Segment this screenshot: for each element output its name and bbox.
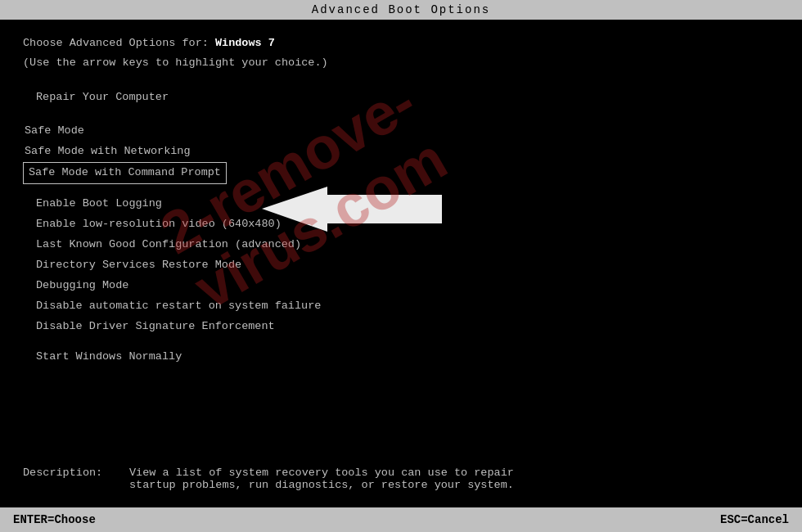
menu-item-directory-services[interactable]: Directory Services Restore Mode: [23, 255, 779, 276]
bottom-bar: ENTER=Choose ESC=Cancel: [0, 507, 802, 532]
menu-section-safe: Safe Mode Safe Mode with Networking Safe…: [23, 121, 779, 184]
title-bar: Advanced Boot Options: [0, 0, 802, 20]
menu-item-disable-driver-sig[interactable]: Disable Driver Signature Enforcement: [23, 317, 779, 337]
menu-item-disable-restart[interactable]: Disable automatic restart on system fail…: [23, 296, 779, 317]
menu-item-safe-mode-cmd[interactable]: Safe Mode with Command Prompt: [23, 162, 779, 184]
menu-item-repair[interactable]: Repair Your Computer: [23, 88, 779, 108]
description-line2: startup problems, run diagnostics, or re…: [129, 479, 514, 491]
bottom-right-label: ESC=Cancel: [720, 513, 789, 526]
intro-prefix: Choose Advanced Options for:: [23, 37, 215, 49]
menu-item-boot-logging[interactable]: Enable Boot Logging: [23, 194, 779, 214]
menu-item-low-res[interactable]: Enable low-resolution video (640x480): [23, 214, 779, 235]
menu-section-repair: Repair Your Computer: [23, 88, 779, 108]
start-normally[interactable]: Start Windows Normally: [23, 347, 779, 367]
main-content: Choose Advanced Options for: Windows 7 (…: [0, 20, 802, 367]
description-area: Description: View a list of system recov…: [23, 467, 779, 491]
intro-line1: Choose Advanced Options for: Windows 7: [23, 34, 779, 52]
title-text: Advanced Boot Options: [312, 3, 490, 16]
menu-item-safe-mode-networking[interactable]: Safe Mode with Networking: [23, 142, 779, 162]
bottom-left-label: ENTER=Choose: [13, 513, 96, 526]
menu-item-last-known-good[interactable]: Last Known Good Configuration (advanced): [23, 235, 779, 255]
description-label: Description:: [23, 467, 129, 479]
intro-os: Windows 7: [215, 37, 275, 49]
menu-item-safe-mode[interactable]: Safe Mode: [23, 121, 779, 142]
menu-section-other: Enable Boot Logging Enable low-resolutio…: [23, 194, 779, 337]
menu-item-debugging[interactable]: Debugging Mode: [23, 276, 779, 296]
intro-line2: (Use the arrow keys to highlight your ch…: [23, 54, 779, 72]
description-line1: View a list of system recovery tools you…: [129, 467, 514, 479]
